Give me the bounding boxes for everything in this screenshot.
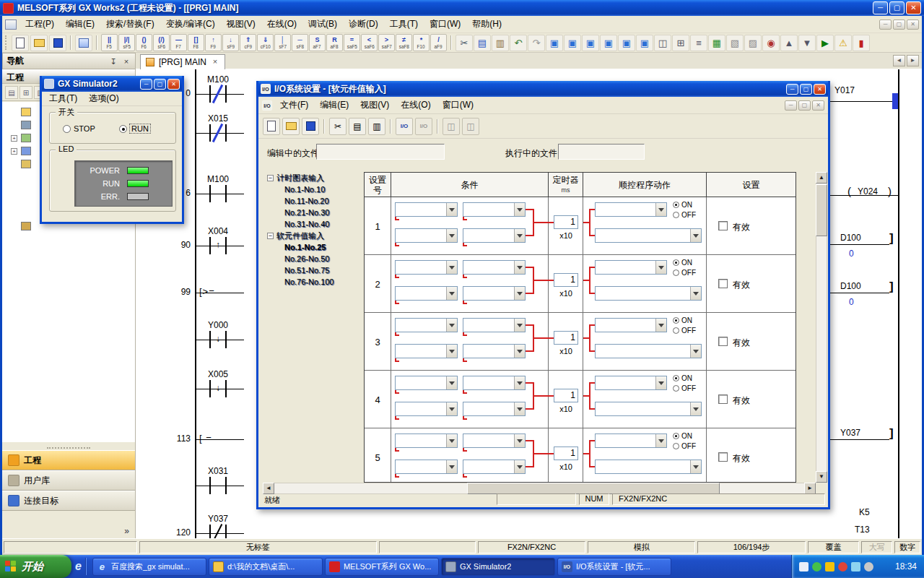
off-radio-circle[interactable] [673,443,679,449]
io-tree-group[interactable]: 软元件值输入 [266,230,362,241]
output-device-Y024[interactable]: Y024 [858,186,878,197]
toolbar-button-16[interactable]: ▨ [744,35,762,51]
off-radio[interactable]: OFF [673,442,696,450]
menu-item-工程(P)[interactable]: 工程(P) [19,15,60,33]
collapse-icon[interactable] [267,175,274,181]
contact-X004[interactable]: ↑ [204,237,232,254]
ladder-symbol-button-sF8[interactable]: ─sF8 [292,34,308,51]
dropdown-arrow[interactable] [690,229,701,242]
dropdown-arrow[interactable] [514,376,525,389]
sim-menu-item[interactable]: 选项(O) [83,90,124,108]
toolbar-button-17[interactable]: ◉ [762,35,780,51]
tree-module-icon[interactable] [21,121,31,129]
io-execute-button[interactable]: I/O [396,118,413,135]
simulator-maximize-button[interactable] [154,79,166,90]
action-device-combo[interactable] [595,434,667,448]
io-tree-item[interactable]: No.31-No.40 [266,218,362,230]
on-radio-circle[interactable] [673,259,679,266]
new-project-button[interactable] [12,35,29,51]
io-maximize-button[interactable] [800,84,812,95]
toolbar-button-9[interactable]: ▣ [618,35,635,51]
io-menu-item[interactable]: 编辑(E) [314,96,354,114]
ladder-symbol-button-F10[interactable]: *F10 [413,34,430,51]
action-device-combo[interactable] [595,376,667,390]
dropdown-arrow[interactable] [655,376,666,389]
tray-icon[interactable] [812,562,821,571]
toolbar-button-1[interactable]: ▤ [474,35,491,51]
off-radio-circle[interactable] [673,212,679,218]
taskbar-button-sim[interactable]: GX Simulator2 [441,558,555,576]
action-device-combo[interactable] [595,202,667,217]
condition-device-combo[interactable] [395,434,458,448]
io-save-button[interactable] [302,118,319,135]
off-radio[interactable]: OFF [673,269,696,277]
output-device-K5[interactable]: K5 [859,507,870,517]
io-tree-item[interactable]: No.76-No.100 [266,276,362,288]
splitter-grip[interactable] [47,442,90,449]
valid-checkbox[interactable] [718,394,728,404]
toolbar-button-21[interactable]: ⚠ [834,35,852,51]
io-mdi-restore[interactable] [798,100,811,111]
action-value-combo[interactable] [595,402,702,416]
dropdown-arrow[interactable] [690,345,701,358]
on-radio[interactable]: ON [673,432,692,440]
ladder-symbol-button-saF8[interactable]: ≠saF8 [396,34,412,51]
open-project-button[interactable] [30,35,48,51]
toolbar-button-4[interactable]: ↷ [528,35,545,51]
io-horizontal-scrollbar[interactable] [263,483,816,494]
action-value-combo[interactable] [595,344,702,358]
ladder-symbol-button-saF5[interactable]: =saF5 [344,34,360,51]
stop-radio[interactable]: STOP [63,124,95,133]
run-radio-circle[interactable] [119,125,127,133]
toolbar-button-0[interactable]: ✂ [456,35,473,51]
condition-device-combo[interactable] [395,376,458,390]
condition-value-combo[interactable] [463,460,526,474]
scroll-up-button[interactable] [816,172,827,184]
contact-M100[interactable] [204,185,232,202]
ladder-symbol-button-saF7[interactable]: >saF7 [378,34,395,51]
io-disabled-button[interactable]: ◫ [462,118,479,135]
tray-icon[interactable] [799,562,808,571]
toolbar-button-20[interactable]: ▶ [816,35,834,51]
dropdown-arrow[interactable] [655,434,666,447]
collapse-icon[interactable] [267,233,274,239]
dropdown-arrow[interactable] [655,203,666,216]
maximize-button[interactable] [889,1,905,14]
condition-value-combo[interactable] [463,286,526,301]
taskbar-clock[interactable]: 18:34 [895,561,917,571]
io-close-button[interactable] [814,84,826,95]
toolbar-button-13[interactable]: ≡ [690,35,707,51]
dropdown-arrow[interactable] [514,229,525,242]
menu-item-工具(T)[interactable]: 工具(T) [384,15,424,33]
tab-scroll-right-button[interactable] [907,55,919,66]
scroll-left-button[interactable] [263,483,274,494]
toolbar-button-14[interactable]: ▦ [708,35,725,51]
menu-item-变换/编译(C)[interactable]: 变换/编译(C) [160,15,221,33]
condition-device-combo[interactable] [395,402,458,416]
condition-device-combo[interactable] [395,318,458,332]
contact-Y000[interactable]: ↓ [204,331,232,348]
tree-expand-icon[interactable] [11,135,17,142]
nav-tool-button[interactable]: ▤ [5,86,18,99]
toolbar-button-8[interactable]: ▣ [600,35,617,51]
dropdown-arrow[interactable] [690,402,701,415]
action-device-combo[interactable] [595,318,667,332]
dropdown-arrow[interactable] [446,287,457,300]
action-value-combo[interactable] [595,228,702,243]
toolbar-button-19[interactable]: ▼ [798,35,816,51]
io-tree-item[interactable]: No.51-No.75 [266,264,362,276]
contact-X031[interactable] [204,477,232,494]
valid-checkbox[interactable] [718,279,728,288]
output-device-Y037[interactable]: Y037 [840,428,860,438]
toolbar-button-15[interactable]: ▧ [726,35,744,51]
dropdown-arrow[interactable] [514,287,525,300]
on-radio-circle[interactable] [673,375,679,381]
io-stop-button[interactable]: I/O [415,118,432,135]
main-titlebar[interactable]: MELSOFT系列 GX Works2 (工程未设置) - [[PRG] MAI… [0,0,924,16]
taskbar-button-melsoft[interactable]: MELSOFT系列 GX Wo... [325,558,439,576]
dropdown-arrow[interactable] [446,261,457,274]
ladder-symbol-button-F9[interactable]: ↑F9 [205,34,222,51]
ladder-symbol-button-sF7[interactable]: │sF7 [274,34,291,51]
tray-icon[interactable] [864,562,873,571]
dropdown-arrow[interactable] [514,434,525,447]
